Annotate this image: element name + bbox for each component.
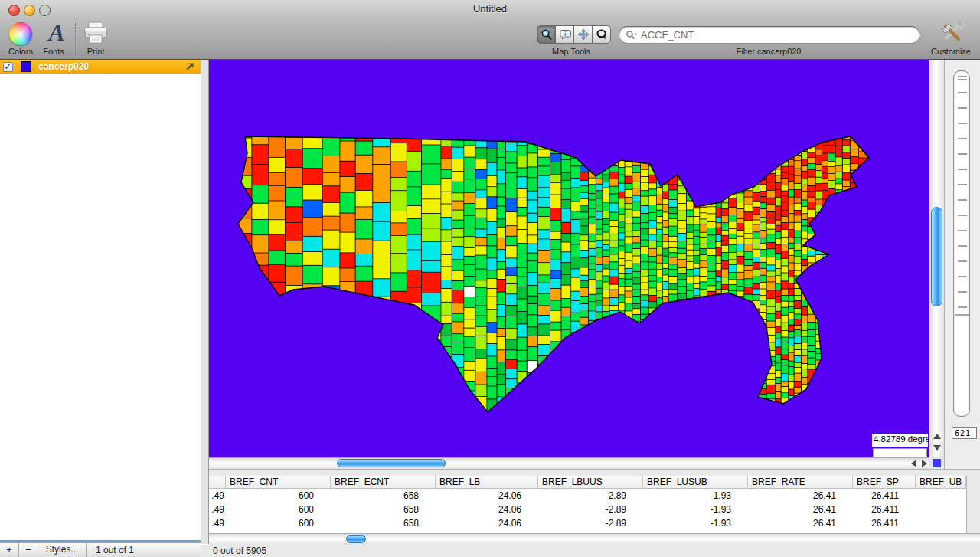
table-cell: 658 <box>331 503 436 516</box>
column-header-BREF_LUSUB[interactable]: BREF_LUSUB <box>643 476 748 488</box>
layer-row-cancerp020[interactable]: cancerp020 <box>0 60 201 74</box>
search-icon <box>626 30 638 41</box>
column-header-BREF_CNT[interactable]: BREF_CNT <box>226 476 331 488</box>
styles-button[interactable]: Styles... <box>38 543 87 557</box>
corner-grip-icon[interactable] <box>933 459 941 467</box>
table-cell: -2.89 <box>538 489 643 503</box>
layer-name: cancerp020 <box>38 61 89 72</box>
vertical-scrollbar-thumb[interactable] <box>931 207 942 306</box>
table-row[interactable]: .4960065824.06-2.89-1.9326.4126.411 <box>209 503 966 516</box>
table-cell <box>916 503 966 516</box>
expand-arrow-icon[interactable] <box>185 61 195 72</box>
printer-icon[interactable] <box>82 21 109 46</box>
table-body: .4960065824.06-2.89-1.9326.4126.411.4960… <box>209 489 966 533</box>
table-cell: 658 <box>331 489 436 503</box>
remove-layer-button[interactable]: − <box>19 543 38 557</box>
column-header-blank[interactable] <box>209 476 226 488</box>
filter-search-field[interactable]: ACCF_CNT <box>619 26 920 44</box>
table-horizontal-scrollbar[interactable] <box>209 533 980 545</box>
filter-field-value[interactable]: ACCF_CNT <box>641 29 694 41</box>
color-wheel-icon[interactable] <box>9 22 32 45</box>
zoom-ruler-panel: 621 <box>944 60 980 469</box>
table-cell <box>916 516 966 530</box>
sidebar-footer: + − Styles... 1 out of 1 <box>0 542 201 557</box>
table-row[interactable]: .4960065824.06-2.89-1.9326.4126.411 <box>209 489 966 503</box>
table-statusbar: 0 out of 5905 <box>201 545 980 557</box>
table-cell: 26.41 <box>748 503 853 516</box>
column-header-BREF_RATE[interactable]: BREF_RATE <box>748 476 853 488</box>
attribute-table[interactable]: BREF_CNTBREF_ECNTBREF_LBBREF_LBUUSBREF_L… <box>209 476 966 533</box>
map-tools-segmented-control: i <box>537 25 611 44</box>
table-cell: 26.411 <box>853 503 916 516</box>
table-cell: .49 <box>209 516 226 530</box>
colors-button-label[interactable]: Colors <box>0 47 41 56</box>
map-scale-input[interactable] <box>873 448 927 457</box>
scroll-up-button[interactable] <box>929 431 945 442</box>
lasso-icon <box>596 28 608 41</box>
print-button-label[interactable]: Print <box>75 47 116 56</box>
table-cell: 26.411 <box>853 516 916 530</box>
right-arrow-icon <box>922 460 927 467</box>
table-cell: 600 <box>226 489 331 503</box>
table-cell: .49 <box>209 489 226 503</box>
chevron-down-icon <box>635 33 637 34</box>
scrollbar-corner <box>929 457 944 469</box>
ruler-ticks <box>954 71 970 417</box>
table-cell: -1.93 <box>643 489 748 503</box>
move-arrows-icon <box>577 28 590 41</box>
zoom-ruler[interactable] <box>953 70 970 417</box>
app-window: Untitled Colors A Fonts Print <box>0 0 980 557</box>
layer-count-label: 1 out of 1 <box>96 543 134 557</box>
left-arrow-icon <box>911 460 916 467</box>
pan-tool-button[interactable] <box>574 25 593 44</box>
map-scale-readout: 4.82789 degre <box>872 434 928 447</box>
table-cell: 600 <box>226 516 331 530</box>
us-county-map[interactable] <box>209 60 929 457</box>
table-cell: 26.41 <box>748 489 853 503</box>
info-tool-button[interactable]: i <box>556 25 574 44</box>
table-header-row: BREF_CNTBREF_ECNTBREF_LBBREF_LBUUSBREF_L… <box>209 476 966 489</box>
column-header-BREF_ECNT[interactable]: BREF_ECNT <box>331 476 436 488</box>
table-cell: 24.06 <box>436 489 538 503</box>
fonts-button-label[interactable]: Fonts <box>36 47 71 56</box>
table-cell: .49 <box>209 503 226 516</box>
table-cell: -2.89 <box>538 503 643 516</box>
selection-count-label: 0 out of 5905 <box>213 546 266 556</box>
zoom-value-field[interactable]: 621 <box>952 427 977 439</box>
add-layer-button[interactable]: + <box>0 543 19 557</box>
column-header-BREF_LB[interactable]: BREF_LB <box>436 476 538 488</box>
down-arrow-icon <box>933 445 941 451</box>
up-arrow-icon <box>933 434 941 439</box>
window-header: Untitled Colors A Fonts Print <box>0 0 980 60</box>
zoom-tool-button[interactable] <box>537 25 556 44</box>
map-viewport[interactable]: 4.82789 degre <box>209 60 929 457</box>
layer-color-swatch[interactable] <box>21 61 31 72</box>
horizontal-scrollbar-thumb[interactable] <box>337 459 446 467</box>
column-header-BREF_LBUUS[interactable]: BREF_LBUUS <box>538 476 643 488</box>
info-bubble-icon: i <box>559 28 571 41</box>
layer-visibility-checkbox[interactable] <box>3 62 13 72</box>
table-cell <box>916 489 966 503</box>
table-cell: 658 <box>331 516 436 530</box>
map-vertical-scrollbar[interactable] <box>929 60 944 457</box>
table-cell: -1.93 <box>643 516 748 530</box>
customize-button-label[interactable]: Customize <box>922 47 980 56</box>
column-header-BREF_UB[interactable]: BREF_UB <box>916 476 966 488</box>
scroll-left-button[interactable] <box>908 458 919 469</box>
map-horizontal-scrollbar[interactable] <box>209 457 929 469</box>
scroll-down-button[interactable] <box>929 442 945 454</box>
sidebar-content-divider[interactable] <box>201 60 209 544</box>
lasso-tool-button[interactable] <box>593 25 611 44</box>
table-row[interactable]: .4960065824.06-2.89-1.9326.4126.411 <box>209 516 966 530</box>
table-cell: 26.411 <box>853 489 916 503</box>
window-title: Untitled <box>0 3 980 15</box>
map-tools-label: Map Tools <box>532 47 610 56</box>
column-header-BREF_SP[interactable]: BREF_SP <box>853 476 916 488</box>
customize-tools-icon[interactable] <box>939 20 965 46</box>
table-right-gutter <box>966 476 980 533</box>
table-cell: -1.93 <box>643 503 748 516</box>
scroll-right-button[interactable] <box>919 458 929 469</box>
fonts-icon[interactable]: A <box>45 19 68 47</box>
magnifier-zoom-icon <box>541 28 553 41</box>
table-scrollbar-thumb[interactable] <box>346 535 366 543</box>
